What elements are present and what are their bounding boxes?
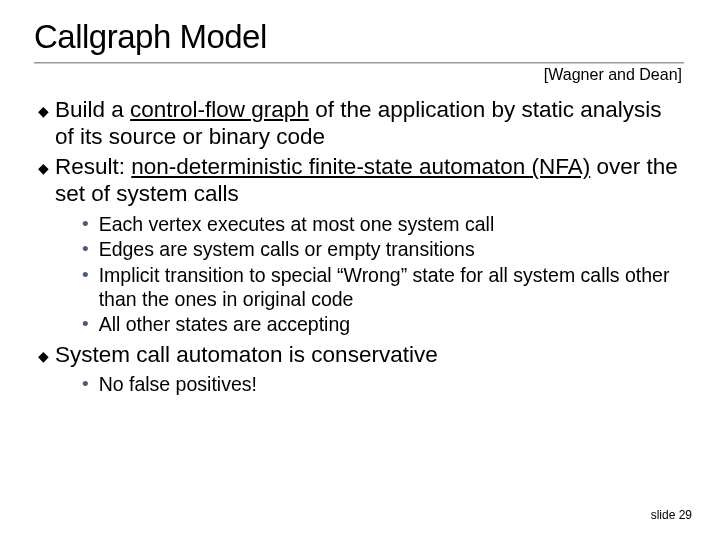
slide-title: Callgraph Model <box>34 18 686 56</box>
slide-number: slide 29 <box>651 508 692 522</box>
bullet-text: Build a control-flow graph of the applic… <box>55 96 686 151</box>
bullet-level2: • Implicit transition to special “Wrong”… <box>82 263 686 312</box>
bullet-level1: ◆ System call automaton is conservative <box>38 341 686 368</box>
dot-icon: • <box>82 312 89 336</box>
slide-body: ◆ Build a control-flow graph of the appl… <box>34 96 686 396</box>
bullet-level2: • Edges are system calls or empty transi… <box>82 237 686 261</box>
bullet-level2: • Each vertex executes at most one syste… <box>82 212 686 236</box>
diamond-icon: ◆ <box>38 103 49 119</box>
title-divider <box>34 62 684 64</box>
citation: [Wagner and Dean] <box>34 66 682 84</box>
bullet-level1: ◆ Result: non-deterministic finite-state… <box>38 153 686 208</box>
dot-icon: • <box>82 237 89 261</box>
bullet-level2: • No false positives! <box>82 372 686 396</box>
bullet-level2: • All other states are accepting <box>82 312 686 336</box>
bullet-text: Result: non-deterministic finite-state a… <box>55 153 686 208</box>
dot-icon: • <box>82 372 89 396</box>
sub-bullet-text: All other states are accepting <box>99 312 350 336</box>
bullet-text: System call automaton is conservative <box>55 341 438 368</box>
sub-bullets: • No false positives! <box>38 372 686 396</box>
dot-icon: • <box>82 263 89 287</box>
sub-bullet-text: Each vertex executes at most one system … <box>99 212 495 236</box>
diamond-icon: ◆ <box>38 160 49 176</box>
sub-bullet-text: Edges are system calls or empty transiti… <box>99 237 475 261</box>
dot-icon: • <box>82 212 89 236</box>
sub-bullet-text: No false positives! <box>99 372 257 396</box>
sub-bullet-text: Implicit transition to special “Wrong” s… <box>99 263 686 312</box>
sub-bullets: • Each vertex executes at most one syste… <box>38 212 686 337</box>
bullet-level1: ◆ Build a control-flow graph of the appl… <box>38 96 686 151</box>
diamond-icon: ◆ <box>38 348 49 364</box>
